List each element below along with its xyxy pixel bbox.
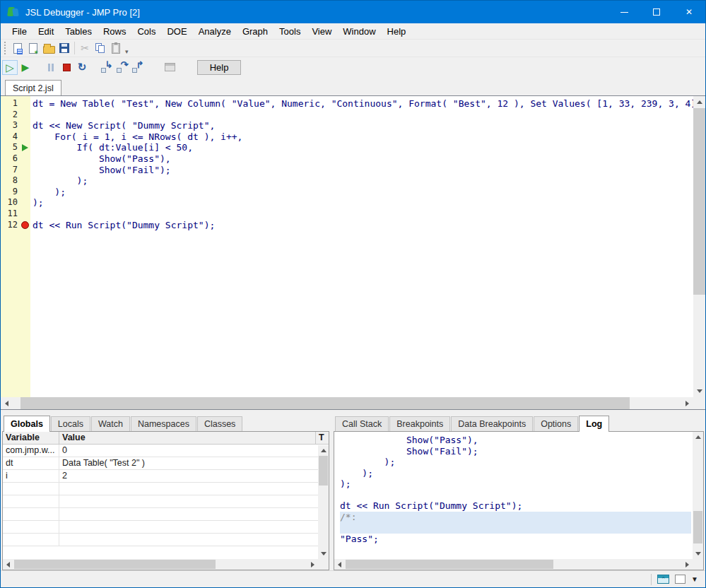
close-button[interactable]: ✕ bbox=[673, 1, 705, 23]
code-line[interactable]: 11 bbox=[1, 208, 693, 220]
table-row[interactable]: com.jmp.w... 0 bbox=[3, 445, 329, 457]
menu-item-edit[interactable]: Edit bbox=[33, 25, 59, 38]
new-data-table-button[interactable] bbox=[10, 41, 25, 56]
log-horizontal-scrollbar[interactable] bbox=[334, 559, 693, 570]
scroll-right-arrow[interactable] bbox=[307, 559, 318, 570]
maximize-button[interactable] bbox=[640, 1, 673, 23]
gutter-marker-slot[interactable] bbox=[19, 220, 30, 231]
menu-item-view[interactable]: View bbox=[306, 25, 337, 38]
code-line[interactable]: 8 ); bbox=[1, 175, 693, 187]
table-row-empty[interactable] bbox=[3, 483, 329, 495]
code-line[interactable]: 5 If( dt:Value[i] < 50, bbox=[1, 142, 693, 153]
table-row-empty[interactable] bbox=[3, 521, 329, 534]
table-row[interactable]: dt Data Table( "Test 2" ) bbox=[3, 457, 329, 470]
menu-item-graph[interactable]: Graph bbox=[237, 25, 273, 38]
horizontal-scroll-thumb[interactable] bbox=[346, 560, 553, 569]
titlebar[interactable]: JSL Debugger - JMP Pro [2] ✕ bbox=[1, 1, 705, 23]
toolbar-overflow-icon[interactable]: ▾ bbox=[125, 48, 129, 57]
code-line[interactable]: 9 ); bbox=[1, 187, 693, 198]
scroll-left-arrow[interactable] bbox=[3, 559, 13, 570]
log-view[interactable]: Show("Pass"), Show("Fail"); ); ); ); dt … bbox=[334, 431, 704, 570]
gutter-marker-slot[interactable] bbox=[19, 187, 30, 198]
editor-horizontal-scrollbar[interactable] bbox=[1, 397, 693, 409]
stop-button[interactable] bbox=[59, 60, 74, 75]
code-line[interactable]: 4 For( i = 1, i <= NRows( dt ), i++, bbox=[1, 131, 693, 143]
editor-vertical-scrollbar[interactable] bbox=[693, 96, 705, 397]
line-number[interactable]: 7 bbox=[1, 165, 19, 176]
scroll-right-arrow[interactable] bbox=[682, 559, 693, 570]
code-editor[interactable]: 1dt = New Table( "Test", New Column( "Va… bbox=[1, 95, 705, 410]
scroll-down-arrow[interactable] bbox=[693, 385, 705, 397]
line-number[interactable]: 2 bbox=[1, 110, 19, 121]
tab-log[interactable]: Log bbox=[579, 416, 609, 432]
variable-value-cell[interactable]: Data Table( "Test 2" ) bbox=[59, 457, 329, 469]
horizontal-scroll-thumb[interactable] bbox=[20, 397, 630, 409]
line-number[interactable]: 11 bbox=[1, 208, 19, 220]
variable-name-cell[interactable]: i bbox=[3, 470, 59, 482]
vertical-scroll-thumb[interactable] bbox=[319, 456, 328, 486]
horizontal-scroll-thumb[interactable] bbox=[14, 560, 216, 569]
editor-surface[interactable]: 1dt = New Table( "Test", New Column( "Va… bbox=[1, 96, 693, 397]
gutter-marker-slot[interactable] bbox=[19, 110, 30, 121]
menu-item-cols[interactable]: Cols bbox=[131, 25, 161, 38]
tab-breakpoints[interactable]: Breakpoints bbox=[389, 416, 450, 431]
code-line[interactable]: 1dt = New Table( "Test", New Column( "Va… bbox=[1, 98, 693, 110]
tab-locals[interactable]: Locals bbox=[51, 416, 90, 431]
scroll-right-arrow[interactable] bbox=[681, 397, 693, 409]
step-over-button[interactable]: ↷ bbox=[114, 60, 129, 75]
line-number[interactable]: 10 bbox=[1, 197, 19, 208]
column-header-variable[interactable]: Variable bbox=[3, 432, 59, 444]
code-line[interactable]: 7 Show("Fail"); bbox=[1, 165, 693, 176]
tab-watch[interactable]: Watch bbox=[91, 416, 130, 431]
line-number[interactable]: 6 bbox=[1, 153, 19, 165]
variable-value-cell[interactable]: 0 bbox=[59, 445, 329, 457]
new-script-button[interactable]: ✶ bbox=[25, 41, 41, 56]
reset-button[interactable]: ↻ bbox=[74, 60, 90, 75]
menu-item-window[interactable]: Window bbox=[337, 25, 381, 38]
scroll-down-arrow[interactable] bbox=[693, 548, 703, 559]
vertical-scroll-thumb[interactable] bbox=[693, 108, 705, 295]
line-number[interactable]: 3 bbox=[1, 120, 19, 131]
gutter-marker-slot[interactable] bbox=[19, 165, 30, 176]
app-icon[interactable] bbox=[7, 6, 20, 18]
variable-value-cell[interactable]: 2 bbox=[59, 470, 329, 482]
line-number[interactable]: 4 bbox=[1, 131, 19, 143]
save-button[interactable] bbox=[57, 41, 72, 56]
tab-script2jsl[interactable]: Script 2.jsl bbox=[5, 80, 61, 95]
variables-horizontal-scrollbar[interactable] bbox=[3, 559, 318, 570]
gutter-marker-slot[interactable] bbox=[19, 120, 30, 131]
scroll-up-arrow[interactable] bbox=[318, 445, 329, 456]
scroll-left-arrow[interactable] bbox=[334, 559, 345, 570]
table-row-empty[interactable] bbox=[3, 534, 329, 546]
table-row-empty[interactable] bbox=[3, 508, 329, 521]
gutter-marker-slot[interactable] bbox=[19, 153, 30, 165]
pause-button[interactable] bbox=[43, 60, 59, 75]
gutter-marker-slot[interactable] bbox=[19, 142, 30, 153]
status-dropdown-icon[interactable]: ▼ bbox=[691, 575, 698, 583]
menu-item-analyze[interactable]: Analyze bbox=[193, 25, 237, 38]
scroll-left-arrow[interactable] bbox=[1, 397, 13, 409]
column-header-type[interactable]: T bbox=[316, 432, 329, 444]
line-number[interactable]: 9 bbox=[1, 187, 19, 198]
step-into-button[interactable]: ↳ bbox=[98, 60, 114, 75]
tab-data-breakpoints[interactable]: Data Breakpoints bbox=[451, 416, 533, 431]
scroll-up-arrow[interactable] bbox=[693, 96, 705, 108]
scroll-up-arrow[interactable] bbox=[693, 432, 703, 442]
open-button[interactable] bbox=[41, 41, 57, 56]
toolbar-drag-handle[interactable] bbox=[4, 42, 8, 54]
tab-options[interactable]: Options bbox=[534, 416, 578, 431]
scroll-down-arrow[interactable] bbox=[318, 548, 329, 559]
minimize-button[interactable] bbox=[608, 1, 640, 23]
column-header-value[interactable]: Value bbox=[59, 432, 316, 444]
jmp-home-window-icon[interactable] bbox=[657, 575, 669, 584]
log-vertical-scrollbar[interactable] bbox=[693, 432, 703, 559]
tab-namespaces[interactable]: Namespaces bbox=[131, 416, 196, 431]
paste-button[interactable] bbox=[108, 41, 124, 56]
menu-item-rows[interactable]: Rows bbox=[98, 25, 132, 38]
tab-globals[interactable]: Globals bbox=[4, 416, 50, 432]
table-row-empty[interactable] bbox=[3, 495, 329, 508]
menu-item-tools[interactable]: Tools bbox=[273, 25, 306, 38]
run-to-cursor-button[interactable] bbox=[162, 60, 177, 75]
code-line[interactable]: 3dt << New Script( "Dummy Script", bbox=[1, 120, 693, 131]
run-all-button[interactable]: ▶ bbox=[18, 60, 33, 75]
